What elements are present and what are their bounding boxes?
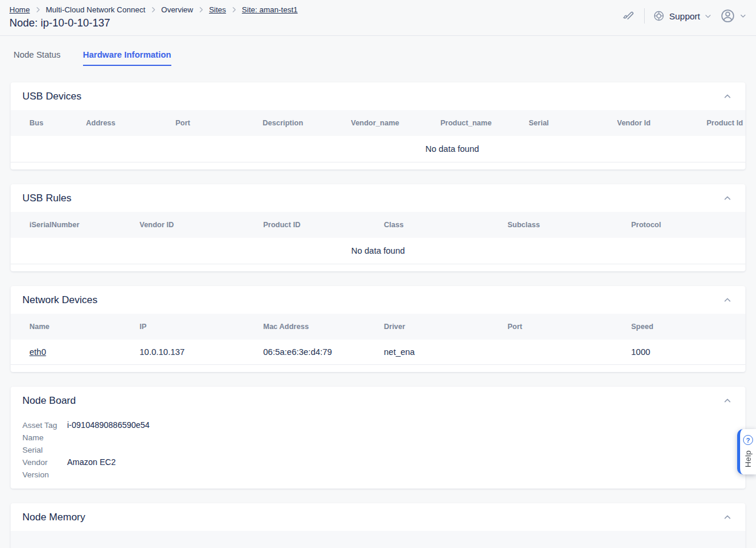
interface-eth0-link[interactable]: eth0 — [29, 347, 46, 357]
usb-rules-card: USB Rules iSerialNumber Vendor ID Produc… — [11, 184, 745, 271]
usb-devices-title: USB Devices — [22, 91, 81, 102]
network-devices-table: Name IP Mac Address Driver Port Speed et… — [11, 314, 745, 365]
column-header: Product Id — [707, 110, 745, 136]
field-version: Version — [22, 469, 734, 481]
breadcrumb-home[interactable]: Home — [9, 5, 30, 14]
column-header: Protocol — [631, 212, 745, 238]
column-header: Product_name — [440, 110, 529, 136]
field-label: Version — [22, 469, 67, 481]
breadcrumb-overview: Overview — [161, 5, 193, 14]
topbar-actions: Support — [619, 8, 747, 24]
help-label: Help — [744, 450, 752, 467]
usb-rules-title: USB Rules — [22, 192, 71, 204]
field-label: Serial — [22, 444, 67, 456]
chevron-right-icon — [34, 6, 42, 14]
field-label: Vendor — [22, 456, 67, 469]
column-header: iSerialNumber — [11, 212, 140, 238]
column-header: Driver — [384, 314, 508, 340]
column-header: Vendor Id — [617, 110, 707, 136]
empty-row: No data found — [11, 238, 745, 264]
usb-devices-table-scroll[interactable]: Bus Address Port Description Vendor_name… — [11, 110, 745, 162]
chevron-down-icon — [740, 12, 747, 19]
field-asset-tag: Asset Tag i-09104890886590e54 — [22, 419, 734, 431]
column-header: Name — [11, 314, 140, 340]
no-data-text: No data found — [11, 238, 745, 264]
header-divider — [644, 8, 645, 24]
chevron-up-icon[interactable] — [721, 192, 734, 204]
tab-node-status[interactable]: Node Status — [14, 50, 61, 66]
chevron-right-icon — [230, 6, 238, 14]
node-board-card: Node Board Asset Tag i-09104890886590e54… — [11, 387, 745, 489]
usb-devices-table: Bus Address Port Description Vendor_name… — [11, 110, 745, 162]
ip-cell: 10.0.10.137 — [140, 340, 263, 365]
column-header: IP — [140, 314, 263, 340]
breadcrumb-mcn-connect: Multi-Cloud Network Connect — [46, 5, 145, 14]
usb-devices-card-header: USB Devices — [11, 82, 745, 110]
field-value: i-09104890886590e54 — [67, 419, 150, 431]
node-board-title: Node Board — [22, 395, 76, 407]
field-vendor: Vendor Amazon EC2 — [22, 456, 734, 469]
node-memory-card-header: Node Memory — [11, 503, 745, 531]
breadcrumb-site-aman-test1[interactable]: Site: aman-test1 — [242, 5, 298, 14]
column-header: Vendor_name — [351, 110, 440, 136]
usb-devices-header-row: Bus Address Port Description Vendor_name… — [11, 110, 745, 136]
tab-hardware-information[interactable]: Hardware Information — [83, 50, 171, 66]
question-circle-icon: ? — [743, 435, 753, 445]
column-header: Vendor ID — [140, 212, 263, 238]
column-header: Port — [508, 314, 631, 340]
speed-cell: 1000 — [631, 340, 745, 365]
node-memory-table-header-stub — [11, 531, 745, 548]
field-label: Asset Tag — [22, 419, 67, 431]
node-board-fields: Asset Tag i-09104890886590e54 Name Seria… — [11, 414, 745, 489]
table-row: eth0 10.0.10.137 06:5a:e6:3e:d4:79 net_e… — [11, 340, 745, 365]
column-header: Subclass — [508, 212, 631, 238]
column-header: Serial — [529, 110, 617, 136]
no-data-text: No data found — [11, 136, 745, 162]
node-memory-title: Node Memory — [22, 512, 85, 523]
network-devices-header-row: Name IP Mac Address Driver Port Speed — [11, 314, 745, 340]
help-button[interactable]: ? Help — [737, 429, 756, 474]
column-header: Description — [263, 110, 351, 136]
field-name: Name — [22, 431, 734, 444]
user-avatar-icon — [720, 8, 735, 24]
support-label: Support — [669, 11, 700, 21]
user-menu-button[interactable] — [720, 8, 747, 24]
node-memory-card: Node Memory — [11, 503, 745, 548]
column-header: Port — [175, 110, 263, 136]
usb-rules-header-row: iSerialNumber Vendor ID Product ID Class… — [11, 212, 745, 238]
usb-rules-card-header: USB Rules — [11, 184, 745, 212]
chevron-up-icon[interactable] — [721, 90, 734, 102]
usb-rules-table: iSerialNumber Vendor ID Product ID Class… — [11, 212, 745, 264]
main-content: USB Devices Bus Address Port Description… — [0, 82, 756, 548]
tab-bar: Node Status Hardware Information — [14, 50, 756, 66]
network-devices-card-header: Network Devices — [11, 286, 745, 314]
port-cell — [508, 340, 631, 365]
edit-brush-icon[interactable] — [619, 8, 636, 24]
top-header: Home Multi-Cloud Network Connect Overvie… — [0, 0, 756, 36]
field-label: Name — [22, 431, 67, 444]
chevron-right-icon — [150, 6, 157, 14]
driver-cell: net_ena — [384, 340, 508, 365]
chevron-down-icon — [704, 12, 712, 20]
support-menu-button[interactable]: Support — [653, 10, 712, 22]
column-header: Address — [86, 110, 175, 136]
chevron-up-icon[interactable] — [721, 294, 734, 306]
lifebuoy-icon — [653, 10, 665, 22]
mac-address-cell: 06:5a:e6:3e:d4:79 — [263, 340, 384, 365]
field-serial: Serial — [22, 444, 734, 456]
usb-devices-card: USB Devices Bus Address Port Description… — [11, 82, 745, 170]
chevron-up-icon[interactable] — [721, 394, 734, 407]
chevron-up-icon[interactable] — [721, 511, 734, 523]
network-devices-title: Network Devices — [22, 294, 98, 306]
breadcrumb-sites[interactable]: Sites — [209, 5, 226, 14]
field-value: Amazon EC2 — [67, 456, 115, 469]
column-header: Speed — [631, 314, 745, 340]
column-header: Bus — [11, 110, 86, 136]
column-header: Product ID — [263, 212, 384, 238]
column-header: Mac Address — [263, 314, 384, 340]
column-header: Class — [384, 212, 508, 238]
node-board-card-header: Node Board — [11, 387, 745, 414]
chevron-right-icon — [197, 6, 205, 14]
network-devices-card: Network Devices Name IP Mac Address Driv… — [11, 286, 745, 372]
empty-row: No data found — [11, 136, 745, 162]
